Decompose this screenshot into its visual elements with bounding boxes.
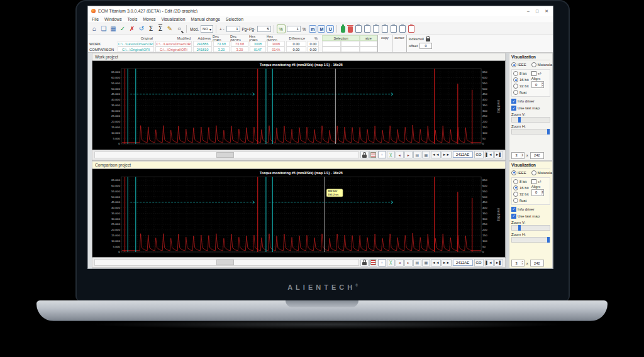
comparison-hscrollbar[interactable]: [94, 259, 359, 266]
selection-cell[interactable]: [322, 41, 341, 47]
align-stepper[interactable]: 0▴▾: [531, 189, 545, 196]
comparison-address-input[interactable]: [453, 260, 473, 266]
cell-address[interactable]: 241810: [193, 47, 212, 52]
cell-pct[interactable]: 0.00: [308, 47, 319, 52]
zoom-v-slider-thumb[interactable]: [518, 225, 521, 231]
checkbox-use-last-map[interactable]: Use last map: [511, 214, 550, 219]
comparison-hscroll-thumb[interactable]: [216, 260, 234, 265]
menu-manual-change[interactable]: Manual change: [191, 17, 219, 21]
rows-stepper[interactable]: 3▴▾: [511, 260, 525, 266]
undo-icon[interactable]: ↺: [137, 25, 146, 33]
zoom-v-slider[interactable]: [511, 117, 550, 123]
table-view-icon[interactable]: ▤: [413, 151, 421, 158]
clipboard-2-icon[interactable]: [364, 25, 370, 33]
selection-cell[interactable]: [360, 41, 377, 47]
clipboard-red-icon[interactable]: [408, 25, 414, 33]
selection-cell[interactable]: [341, 47, 360, 52]
checkbox-info-driver[interactable]: Info driver: [511, 207, 550, 212]
radio-float[interactable]: float: [513, 198, 529, 203]
radio-8-bit[interactable]: 8 bit: [513, 71, 529, 76]
step-back-icon[interactable]: ▌◄: [485, 259, 494, 266]
work-hscroll-thumb[interactable]: [216, 152, 234, 158]
page-last-icon[interactable]: ►►: [441, 151, 452, 158]
grid-view-icon[interactable]: ▦: [422, 259, 430, 266]
selection-cell[interactable]: [322, 47, 341, 52]
cell-hex_mod[interactable]: 014A: [267, 47, 285, 52]
maximize-button[interactable]: □: [536, 9, 538, 14]
cell-dec_mod[interactable]: 73.68: [231, 41, 248, 47]
percent-input[interactable]: [287, 26, 301, 32]
menu-tools[interactable]: Tools: [128, 17, 138, 21]
comparison-chart-canvas[interactable]: 65.00060.00055.00050.00045.00040.00035.0…: [92, 169, 505, 258]
clipboard-5-icon[interactable]: [391, 25, 397, 33]
selection-cell[interactable]: [360, 47, 377, 52]
radio-motorola[interactable]: Motorola: [531, 170, 552, 175]
work-go-button[interactable]: GO: [474, 151, 484, 158]
cols-value[interactable]: 242: [530, 152, 544, 159]
signed-checkbox[interactable]: +/-: [531, 179, 542, 184]
step-forward-icon[interactable]: ►▌: [494, 259, 503, 266]
work-chart-canvas[interactable]: 65.00060.00055.00050.00045.00040.00035.0…: [92, 61, 505, 150]
clipboard-1-icon[interactable]: [355, 25, 362, 33]
battery-icon[interactable]: [341, 25, 345, 33]
cursor-label[interactable]: cursor: [394, 35, 404, 40]
selection-cell[interactable]: [341, 41, 360, 47]
align-stepper[interactable]: 0▴▾: [531, 81, 545, 88]
lockscroll-icon[interactable]: [426, 38, 430, 41]
work-address-input[interactable]: [453, 151, 473, 158]
stepper-arrows-icon[interactable]: ▴▾: [541, 190, 544, 195]
comparison-go-button[interactable]: GO: [474, 259, 484, 266]
crosshair-icon[interactable]: ╳: [387, 151, 395, 158]
clipboard-4-icon[interactable]: [382, 25, 388, 33]
radio-32-bit[interactable]: 32 bit: [513, 192, 529, 197]
zoom-v-slider-thumb[interactable]: [518, 117, 521, 123]
signed-checkbox[interactable]: +/-: [531, 71, 542, 76]
offset-value[interactable]: 0: [419, 43, 432, 49]
checkbox-info-driver[interactable]: Info driver: [511, 99, 550, 104]
unit-button[interactable]: U: [326, 25, 334, 33]
radio-ieee[interactable]: IEEE: [511, 170, 526, 175]
step-forward-icon[interactable]: ►▌: [494, 151, 503, 158]
radio-motorola[interactable]: Motorola: [531, 62, 552, 67]
cell-pct[interactable]: 0.00: [308, 41, 319, 47]
legend-icon[interactable]: [369, 151, 377, 158]
cell-hex_mod[interactable]: 3008: [267, 41, 285, 47]
copy-label[interactable]: copy: [381, 35, 389, 40]
prev-icon[interactable]: ◂: [396, 259, 404, 266]
cell-modified[interactable]: C:\...\Original\ORI: [155, 47, 192, 52]
radio-16-bit[interactable]: 16 bit: [513, 185, 529, 190]
percent-icon[interactable]: %: [277, 25, 286, 33]
radio-ieee[interactable]: IEEE: [511, 62, 526, 67]
pg-input[interactable]: [257, 26, 271, 32]
zoom-h-slider-thumb[interactable]: [547, 129, 550, 135]
legend-icon[interactable]: [369, 259, 377, 266]
zoom-v-slider[interactable]: [511, 225, 550, 231]
clipboard-3-icon[interactable]: [373, 25, 379, 33]
main-home-icon[interactable]: ⌂: [90, 25, 99, 33]
page-first-icon[interactable]: ◄◄: [431, 259, 441, 266]
cell-difference[interactable]: 0.00: [286, 41, 306, 47]
cell-difference[interactable]: 0.00: [286, 47, 306, 52]
edit-icon[interactable]: ✎: [165, 25, 174, 33]
cell-hex_ori[interactable]: 014F: [250, 47, 266, 52]
main-save-icon[interactable]: ▦: [109, 25, 118, 33]
stepper-arrows-icon[interactable]: ▴▾: [541, 82, 544, 87]
step-back-icon[interactable]: ▌◄: [485, 151, 494, 158]
cell-address[interactable]: 241886: [193, 41, 212, 47]
export-up-icon[interactable]: ↑: [378, 259, 386, 266]
cols-value[interactable]: 242: [530, 260, 544, 266]
page-first-icon[interactable]: ◄◄: [431, 151, 441, 158]
table-view-icon[interactable]: ▤: [413, 259, 421, 266]
grid-view-icon[interactable]: ▦: [422, 151, 430, 158]
stepper-arrows-icon[interactable]: ▴▾: [521, 153, 524, 158]
rows-stepper[interactable]: 3▴▾: [511, 152, 525, 159]
lock-icon[interactable]: [360, 259, 369, 266]
plusminus-input[interactable]: [226, 26, 240, 32]
minimize-button[interactable]: –: [527, 9, 530, 14]
main-zoom-icon[interactable]: ○: [175, 25, 184, 33]
cell-hex_ori[interactable]: 3008: [250, 41, 266, 47]
menu-selection[interactable]: Selection: [226, 17, 243, 21]
menu-file[interactable]: File: [92, 17, 99, 21]
cell-dec_mod[interactable]: 3.20: [231, 47, 248, 52]
max-button[interactable]: M: [318, 25, 325, 33]
